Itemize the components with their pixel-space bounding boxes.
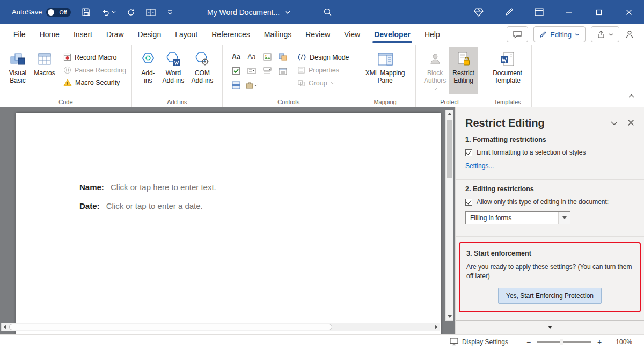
- building-block-gallery-control-button[interactable]: [276, 51, 290, 63]
- visual-basic-button[interactable]: Visual Basic: [5, 47, 30, 94]
- status-bar: Display Settings − + 100%: [0, 334, 644, 349]
- start-enforcing-protection-button[interactable]: Yes, Start Enforcing Protection: [498, 288, 602, 304]
- autosave-toggle[interactable]: AutoSave Off: [12, 8, 71, 17]
- tab-references[interactable]: References: [204, 24, 257, 45]
- combo-box-control-button[interactable]: [245, 65, 259, 77]
- triangle-down-icon: [562, 216, 567, 219]
- pane-close-button[interactable]: [627, 119, 634, 128]
- plain-text-control-button[interactable]: Aa: [245, 51, 259, 63]
- macros-button[interactable]: Macros: [30, 47, 59, 94]
- vertical-scrollbar[interactable]: [445, 110, 453, 321]
- settings-link[interactable]: Settings...: [465, 162, 494, 170]
- design-mode-button[interactable]: Design Mode: [297, 53, 349, 61]
- close-button[interactable]: [614, 0, 644, 24]
- minimize-button[interactable]: [554, 0, 584, 24]
- zoom-in-button[interactable]: +: [597, 338, 602, 346]
- tab-file[interactable]: File: [6, 24, 33, 45]
- sign-in-person-button[interactable]: [625, 30, 634, 39]
- legacy-tools-chevron-icon: [253, 84, 258, 86]
- undo-button[interactable]: [101, 8, 116, 17]
- block-authors-icon: [428, 51, 442, 67]
- zoom-slider[interactable]: [537, 341, 591, 343]
- date-picker-control-button[interactable]: [276, 65, 290, 77]
- zoom-out-button[interactable]: −: [526, 338, 531, 346]
- pane-more-button[interactable]: [548, 326, 552, 329]
- display-settings-button[interactable]: Display Settings: [450, 338, 508, 346]
- maximize-button[interactable]: [584, 0, 614, 24]
- document-template-button[interactable]: Document Template: [489, 47, 526, 94]
- share-dropdown[interactable]: [591, 26, 619, 42]
- zoom-percentage[interactable]: 100%: [616, 338, 632, 346]
- macro-security-button[interactable]: Macro Security: [63, 79, 126, 86]
- editing-mode-dropdown[interactable]: Editing: [533, 26, 586, 42]
- checkbox-icon: [232, 67, 240, 75]
- tab-home[interactable]: Home: [33, 24, 67, 45]
- name-content-control[interactable]: Click or tap here to enter text.: [111, 183, 216, 192]
- dropdown-arrow-button[interactable]: [558, 212, 570, 224]
- allow-editing-checkbox[interactable]: [465, 199, 472, 206]
- group-label-controls: Controls: [223, 99, 355, 105]
- title-chevron-down-icon: [285, 11, 290, 14]
- word-add-ins-icon: [165, 51, 181, 67]
- tab-insert[interactable]: Insert: [67, 24, 99, 45]
- tab-draw[interactable]: Draw: [99, 24, 131, 45]
- record-macro-button[interactable]: Record Macro: [63, 53, 126, 61]
- tab-layout[interactable]: Layout: [168, 24, 204, 45]
- limit-formatting-checkbox-row[interactable]: Limit formatting to a selection of style…: [465, 149, 634, 156]
- customize-quick-access-toolbar-button[interactable]: [166, 9, 174, 16]
- scroll-left-button[interactable]: [2, 323, 9, 331]
- annotation-highlight-box: 3. Start enforcement Are you ready to ap…: [459, 242, 641, 312]
- horizontal-scrollbar-thumb[interactable]: [9, 324, 332, 330]
- comments-button[interactable]: [507, 26, 528, 42]
- ribbon-developer: Visual Basic Macros Record Macro Pause R…: [0, 45, 644, 107]
- allow-editing-checkbox-row[interactable]: Allow only this type of editing in the d…: [465, 198, 634, 206]
- print-preview-button[interactable]: [146, 9, 156, 16]
- document-title-dropdown[interactable]: My Word Document...: [207, 0, 290, 24]
- checkbox-control-button[interactable]: [229, 65, 243, 77]
- block-authors-chevron-icon: [433, 88, 437, 90]
- legacy-tools-button[interactable]: [245, 79, 259, 91]
- zoom-slider-thumb[interactable]: [560, 339, 564, 345]
- pane-bottom-bar: [456, 320, 644, 334]
- titlebar: AutoSave Off: [0, 0, 644, 24]
- group-label-templates: Templates: [484, 99, 531, 105]
- redo-button[interactable]: [127, 8, 135, 17]
- rich-text-control-button[interactable]: Aa: [229, 51, 243, 63]
- date-content-control[interactable]: Click or tap to enter a date.: [106, 201, 203, 210]
- chevron-up-icon: [628, 94, 634, 98]
- vertical-scrollbar-thumb[interactable]: [447, 120, 452, 178]
- tab-view[interactable]: View: [337, 24, 367, 45]
- collapse-ribbon-button[interactable]: [628, 91, 634, 99]
- restrict-editing-button[interactable]: Restrict Editing: [449, 47, 478, 94]
- repeating-section-control-button[interactable]: [229, 79, 243, 91]
- dropdown-list-control-button[interactable]: [260, 65, 274, 77]
- com-add-ins-button[interactable]: COM Add-ins: [188, 47, 217, 94]
- autosave-pill[interactable]: Off: [46, 8, 71, 17]
- xml-mapping-pane-button[interactable]: XML Mapping Pane: [361, 47, 410, 94]
- tab-design[interactable]: Design: [131, 24, 169, 45]
- save-button[interactable]: [82, 8, 91, 17]
- scroll-up-button[interactable]: [446, 110, 453, 118]
- start-enforcement-heading: 3. Start enforcement: [466, 250, 633, 257]
- allow-editing-label: Allow only this type of editing in the d…: [477, 198, 609, 206]
- scroll-down-button[interactable]: [446, 312, 453, 320]
- pane-options-chevron-button[interactable]: [611, 119, 618, 127]
- ribbon-display-options-button[interactable]: [524, 0, 554, 24]
- document-page[interactable]: Name: Click or tap here to enter text. D…: [16, 113, 441, 334]
- editing-type-dropdown[interactable]: Filling in forms: [465, 211, 570, 224]
- draw-pen-button[interactable]: [494, 0, 524, 24]
- horizontal-scrollbar[interactable]: [1, 323, 440, 331]
- designer-gem-button[interactable]: [464, 0, 494, 24]
- xml-mapping-icon: [377, 51, 393, 67]
- search-button[interactable]: [323, 8, 332, 17]
- tab-mailings[interactable]: Mailings: [257, 24, 298, 45]
- scroll-right-button[interactable]: [433, 323, 440, 331]
- word-add-ins-button[interactable]: Word Add-ins: [159, 47, 188, 94]
- formatting-restrictions-heading: 1. Formatting restrictions: [465, 136, 634, 143]
- picture-control-button[interactable]: [260, 51, 274, 63]
- tab-developer[interactable]: Developer: [367, 24, 418, 45]
- tab-review[interactable]: Review: [298, 24, 337, 45]
- add-ins-button[interactable]: Add-ins: [137, 47, 159, 94]
- limit-formatting-checkbox[interactable]: [465, 149, 472, 156]
- tab-help[interactable]: Help: [418, 24, 447, 45]
